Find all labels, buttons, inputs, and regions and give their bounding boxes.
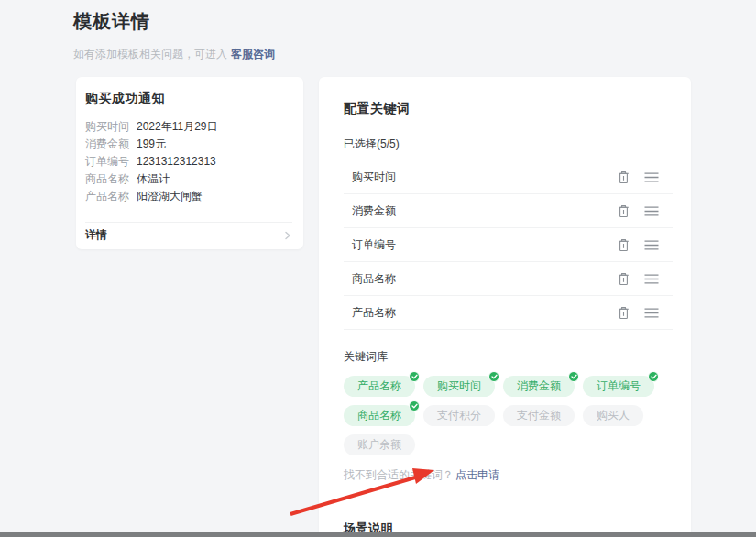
notification-title: 购买成功通知 <box>85 91 292 107</box>
check-icon <box>409 371 420 382</box>
selected-keyword-row: 商品名称 <box>344 262 673 296</box>
field-label: 产品名称 <box>85 188 129 205</box>
field-label: 消费金额 <box>85 136 129 153</box>
keyword-label: 购买时间 <box>352 170 396 185</box>
keyword-tag-label: 支付金额 <box>517 409 561 422</box>
field-label: 商品名称 <box>85 170 129 188</box>
drag-handle-icon[interactable] <box>644 172 659 182</box>
keyword-tag[interactable]: 账户余额 <box>344 434 415 455</box>
page-title: 模板详情 <box>73 9 150 34</box>
keyword-library-heading: 关键词库 <box>344 349 673 365</box>
keyword-label: 消费金额 <box>352 203 396 219</box>
keyword-label: 订单编号 <box>352 237 396 253</box>
field-value: 阳澄湖大闸蟹 <box>137 188 203 205</box>
drag-handle-icon[interactable] <box>644 206 659 216</box>
selected-keyword-row: 消费金额 <box>344 194 673 228</box>
field-value: 体温计 <box>137 170 170 188</box>
field-row: 购买时间 2022年11月29日 <box>85 118 292 136</box>
selected-keyword-row: 订单编号 <box>344 228 673 262</box>
keyword-tag-label: 产品名称 <box>357 379 401 392</box>
field-value: 199元 <box>137 136 166 153</box>
keyword-tag-label: 购买人 <box>597 409 630 422</box>
keyword-tag-label: 商品名称 <box>357 409 401 422</box>
drag-handle-icon[interactable] <box>644 240 659 250</box>
keyword-apply-note: 找不到合适的关键词？点击申请 <box>344 467 673 483</box>
keyword-tag[interactable]: 产品名称 <box>344 376 415 397</box>
help-note-text: 如有添加模板相关问题，可进入 <box>73 48 227 60</box>
field-row: 消费金额 199元 <box>85 136 292 153</box>
check-icon <box>409 400 420 411</box>
field-label: 订单编号 <box>85 153 129 170</box>
check-icon <box>568 371 579 382</box>
trash-icon[interactable] <box>618 204 630 218</box>
trash-icon[interactable] <box>618 238 630 252</box>
config-title: 配置关键词 <box>344 101 673 117</box>
trash-icon[interactable] <box>618 306 630 320</box>
apply-link[interactable]: 点击申请 <box>455 468 499 481</box>
keyword-tag[interactable]: 购买人 <box>583 405 643 426</box>
keyword-tag[interactable]: 支付积分 <box>423 405 495 426</box>
keyword-tag[interactable]: 商品名称 <box>344 405 415 426</box>
check-icon <box>648 371 659 382</box>
check-icon <box>488 371 499 382</box>
keyword-tag[interactable]: 订单编号 <box>583 376 654 397</box>
field-row: 产品名称 阳澄湖大闸蟹 <box>85 188 292 205</box>
trash-icon[interactable] <box>618 272 630 286</box>
keyword-tag-label: 购买时间 <box>437 379 481 392</box>
drag-handle-icon[interactable] <box>644 274 659 284</box>
field-value: 1231312312313 <box>137 153 216 170</box>
help-note: 如有添加模板相关问题，可进入客服咨询 <box>73 47 275 62</box>
keyword-tag-label: 支付积分 <box>437 409 481 422</box>
field-label: 购买时间 <box>85 118 129 136</box>
selected-count-heading: 已选择(5/5) <box>344 137 673 152</box>
field-row: 商品名称 体温计 <box>85 170 292 188</box>
drag-handle-icon[interactable] <box>644 308 659 318</box>
notification-preview-card: 购买成功通知 购买时间 2022年11月29日 消费金额 199元 订单编号 1… <box>76 77 303 249</box>
keyword-tag[interactable]: 消费金额 <box>503 376 575 397</box>
selected-keyword-list: 购买时间 消费金额 <box>344 160 673 330</box>
keyword-tag-label: 账户余额 <box>357 438 401 451</box>
keyword-tag[interactable]: 购买时间 <box>423 376 495 397</box>
keyword-label: 产品名称 <box>352 305 396 321</box>
note-text: 找不到合适的关键词？ <box>344 468 454 481</box>
field-value: 2022年11月29日 <box>137 118 218 136</box>
selected-keyword-row: 购买时间 <box>344 160 673 194</box>
bottom-edge-bar <box>0 532 756 537</box>
detail-link-row[interactable]: 详情 <box>85 223 292 247</box>
keyword-label: 商品名称 <box>352 271 396 287</box>
selected-keyword-row: 产品名称 <box>344 296 673 330</box>
field-row: 订单编号 1231312312313 <box>85 153 292 170</box>
keyword-tag[interactable]: 支付金额 <box>503 405 575 426</box>
customer-service-link[interactable]: 客服咨询 <box>231 48 275 60</box>
keyword-library-tags: 产品名称 购买时间 消费金额 订单编号 商品名称 支付积分 支付金额 购买人 账… <box>344 376 655 455</box>
keyword-tag-label: 订单编号 <box>597 379 641 392</box>
template-detail-page: 模板详情 如有添加模板相关问题，可进入客服咨询 购买成功通知 购买时间 2022… <box>0 0 756 537</box>
chevron-right-icon <box>283 231 292 240</box>
keyword-tag-label: 消费金额 <box>517 379 561 392</box>
detail-label: 详情 <box>85 227 107 243</box>
trash-icon[interactable] <box>618 170 630 184</box>
keyword-config-card: 配置关键词 已选择(5/5) 购买时间 消费金额 <box>319 77 691 537</box>
